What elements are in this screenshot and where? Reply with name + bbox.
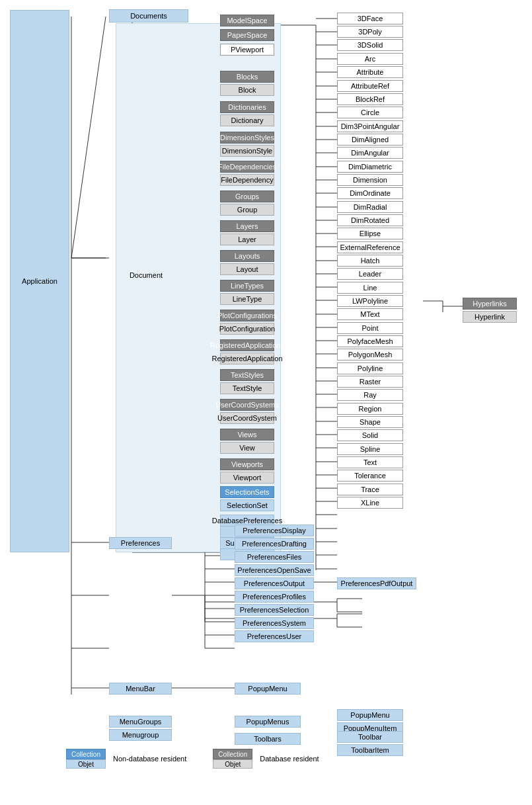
usercoordsystems-node: UserCoordSystems [220,399,274,411]
point-node: Point [337,322,403,334]
legend-database-box: Collection Objet [213,749,252,769]
dimangular-node: DimAngular [337,147,403,159]
attribute-node: Attribute [337,66,403,78]
plotconfigurations-node: PlotConfigurations [220,310,274,321]
block-node: Block [220,84,274,96]
application-label: Application [22,277,57,285]
dimension-node: Dimension [337,174,403,186]
dimensionstyle-node: DimensionStyle [220,145,274,157]
layout-node: Layout [220,263,274,275]
registeredapplication-node: RegisteredApplication [220,353,274,364]
polyline-node: Polyline [337,362,403,374]
documents-node: Documents [109,9,188,22]
mtext-node: MText [337,308,403,320]
solid-node: Solid [337,429,403,441]
document-label: Document [120,269,172,282]
externalreference-node: ExternalReference [337,241,403,253]
preferencesoutput-node: PreferencesOutput [235,577,314,589]
hyperlink-node: Hyperlink [463,311,517,323]
preferencesuser-node: PreferencesUser [235,630,314,642]
xline-node: XLine [337,497,403,509]
views-node: Views [220,429,274,441]
toolbars-node: Toolbars [235,733,301,745]
svg-line-0 [71,17,106,258]
paperspace-node: PaperSpace [220,29,274,41]
dimaligned-node: DimAligned [337,134,403,146]
selectionsets-node: SelectionSets [220,486,274,498]
layer-node: Layer [220,233,274,245]
dimdiametric-node: DimDiametric [337,161,403,173]
toolbar-node: Toolbar [337,731,403,743]
hyperlinks-node: Hyperlinks [463,298,517,310]
dictionary-node: Dictionary [220,114,274,126]
filedependency-node: FileDependency [220,174,274,186]
blocks-node: Blocks [220,71,274,83]
dimensionstyles-node: DimensionStyles [220,132,274,144]
preferencesprofiles-node: PreferencesProfiles [235,591,314,603]
usercoordsystem-node: UserCoordSystem [220,412,274,424]
popupmenus-node: PopupMenus [235,716,301,728]
spline-node: Spline [337,443,403,455]
linetype-node: LineType [220,293,274,305]
legend-nondatabase-label: Non-database resident [113,755,186,763]
linetypes-node: LineTypes [220,280,274,292]
menugroups-node: MenuGroups [109,716,172,728]
polygonmesh-node: PolygonMesh [337,349,403,360]
preferencespdfouptut-node: PreferencesPdfOutput [337,577,416,589]
ray-node: Ray [337,389,403,401]
legend: Collection Objet Non-database resident C… [66,749,319,769]
line-node: Line [337,282,403,294]
tolerance-node: Tolerance [337,470,403,482]
plotconfiguration-node: PlotConfiguration [220,323,274,335]
dictionaries-node: Dictionaries [220,101,274,113]
poly3d-node: 3DPoly [337,26,403,38]
face3d-node: 3DFace [337,13,403,24]
diagram-container: Application Documents Document ModelSpac… [0,0,532,781]
pviewport-node: PViewport [220,44,274,56]
preferencesdrafting-node: PreferencesDrafting [235,538,314,550]
lwpolyline-node: LWPolyline [337,295,403,307]
solid3d-node: 3DSolid [337,39,403,51]
preferences-node: Preferences [109,537,172,549]
polyfacemesh-node: PolyfaceMesh [337,335,403,347]
dim3pointangular-node: Dim3PointAngular [337,120,403,132]
region-node: Region [337,403,403,415]
shape-node: Shape [337,416,403,428]
layers-node: Layers [220,220,274,232]
arc-node: Arc [337,53,403,65]
textstyle-node: TextStyle [220,382,274,394]
popupmenu-menubar-node: PopupMenu [235,683,301,695]
preferencesfiles-node: PreferencesFiles [235,551,314,563]
raster-node: Raster [337,376,403,388]
text-node: Text [337,456,403,468]
textstyles-node: TextStyles [220,369,274,381]
group-node: Group [220,204,274,216]
dimradial-node: DimRadial [337,201,403,213]
leader-node: Leader [337,268,403,280]
preferencesopensave-node: PreferencesOpenSave [235,564,314,576]
hatch-node: Hatch [337,255,403,267]
viewports-node: Viewports [220,458,274,470]
legend-nondatabase-box: Collection Objet [66,749,106,769]
application-node: Application [10,10,69,552]
legend-database: Collection Objet Database resident [213,749,319,769]
modelspace-node: ModelSpace [220,15,274,26]
dimordinate-node: DimOrdinate [337,187,403,199]
selectionset-node: SelectionSet [220,499,274,511]
preferencesselection-node: PreferencesSelection [235,604,314,616]
preferencesdisplay-node: PreferencesDisplay [235,525,314,536]
ellipse-node: Ellipse [337,228,403,239]
circle-node: Circle [337,106,403,118]
menubar-node: MenuBar [109,683,172,695]
popupmenu2-node: PopupMenu [337,709,403,721]
preferencessystem-node: PreferencesSystem [235,617,314,629]
blockref-node: BlockRef [337,93,403,105]
layouts-node: Layouts [220,250,274,262]
legend-nondatabase: Collection Objet Non-database resident [66,749,186,769]
attributeref-node: AttributeRef [337,80,403,92]
registeredapplications-node: RegisteredApplications [220,339,274,351]
dimrotated-node: DimRotated [337,214,403,226]
legend-database-label: Database resident [260,755,319,763]
viewport-node: Viewport [220,472,274,484]
groups-node: Groups [220,191,274,202]
